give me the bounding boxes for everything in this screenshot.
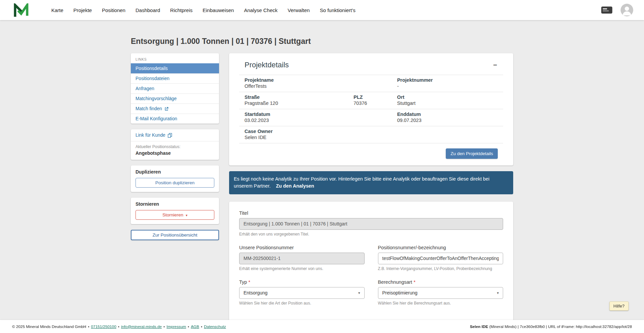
positionsnummer-field: Unsere Positionsnummer Erhält eine syste…	[239, 245, 365, 271]
field-value: -	[397, 83, 498, 89]
titel-label: Titel	[239, 210, 503, 216]
typ-select-value: Entsorgung	[244, 290, 268, 295]
links-card: LINKS Positionsdetails Positionsdateien …	[131, 53, 219, 124]
analyses-link[interactable]: Zu den Analysen	[276, 183, 314, 189]
titel-field: Titel Erhält den von uns vorgegebenen Ti…	[239, 210, 503, 237]
footer-email-link[interactable]: info@mineral-minds.de	[121, 324, 162, 329]
nav-item-verwalten[interactable]: Verwalten	[283, 4, 315, 16]
sidebar-item-matchingvorschlaege[interactable]: Matchingvorschläge	[131, 93, 219, 104]
sidebar-item-positionsdetails[interactable]: Positionsdetails	[131, 63, 219, 73]
berechnungsart-field: Berechnungsart* Preisoptimierung ▾ Wähle…	[378, 279, 503, 306]
footer-separator: •	[163, 324, 165, 329]
collapse-icon[interactable]: −	[492, 62, 498, 68]
project-details-card: Projektdetails − Projektname OfferTests …	[229, 53, 513, 165]
cancel-button-label: Stornieren	[162, 212, 183, 217]
field-label: Ort	[397, 94, 498, 100]
footer-phone-link[interactable]: 07151/250100	[91, 324, 116, 329]
chevron-down-icon: ▾	[497, 291, 499, 295]
project-details-title: Projektdetails	[245, 61, 289, 69]
field-value: Pragstraße 120	[245, 101, 343, 106]
app-logo[interactable]	[13, 3, 29, 17]
footer-separator: •	[188, 324, 189, 329]
page-title: Entsorgung | 1.000 Tonnen | 01 | 70376 |…	[131, 37, 513, 46]
nav-item-karte[interactable]: Karte	[46, 4, 68, 16]
berechnungsart-select-value: Preisoptimierung	[382, 290, 418, 295]
duplicate-button[interactable]: Position duplizieren	[136, 178, 214, 188]
positionsnummer-input	[239, 253, 365, 264]
cancel-heading: Stornieren	[136, 201, 214, 207]
footer-separator: •	[201, 324, 202, 329]
typ-field: Typ* Entsorgung ▾ Wählen Sie hier die Ar…	[239, 279, 365, 306]
field-label: Enddatum	[397, 112, 498, 117]
duplicate-card: Duplizieren Position duplizieren	[131, 165, 219, 192]
overview-button[interactable]: Zur Positionsübersicht	[131, 230, 219, 240]
nav-item-einbauweisen[interactable]: Einbauweisen	[198, 4, 239, 16]
customer-link[interactable]: Link für Kunde	[131, 129, 219, 141]
footer-impressum-link[interactable]: Impressum	[167, 324, 186, 329]
field-label: Startdatum	[245, 112, 386, 117]
chevron-down-icon: ▾	[186, 213, 187, 217]
bezeichnung-input[interactable]	[378, 253, 503, 264]
field-label: Projektnummer	[397, 77, 498, 83]
position-form-card: Titel Erhält den von uns vorgegebenen Ti…	[229, 202, 513, 329]
berechnungsart-label: Berechnungsart*	[378, 279, 503, 285]
field-label: Straße	[245, 94, 343, 100]
duplicate-heading: Duplizieren	[136, 169, 214, 175]
cancel-card: Stornieren Stornieren▾	[131, 198, 219, 224]
status-card: Link für Kunde Aktueller Positionsstatus…	[131, 129, 219, 160]
sidebar-item-positionsdateien[interactable]: Positionsdateien	[131, 73, 219, 83]
field-value: OfferTests	[245, 83, 386, 89]
sidebar-item-match-finden[interactable]: Match finden	[131, 104, 219, 114]
main-content: Projektdetails − Projektname OfferTests …	[229, 53, 513, 329]
berechnungsart-helper: Wählen Sie hier die Berechnungsart aus.	[378, 301, 503, 306]
project-details-button[interactable]: Zu den Projektdetails	[446, 148, 498, 159]
typ-label: Typ*	[239, 279, 365, 285]
external-link-icon	[164, 107, 168, 111]
top-nav: Karte Projekte Positionen Dashboard Rich…	[0, 0, 644, 20]
nav-item-dashboard[interactable]: Dashboard	[130, 4, 165, 16]
titel-helper: Erhält den von uns vorgegebenen Titel.	[239, 232, 503, 237]
nav-item-projekte[interactable]: Projekte	[68, 4, 97, 16]
bezeichnung-helper: Z.B. Interne-Vorgangsnummer, LV-Position…	[378, 266, 503, 271]
berechnungsart-select[interactable]: Preisoptimierung ▾	[378, 287, 503, 299]
help-button[interactable]: Hilfe?	[609, 302, 629, 311]
footer: © 2025 Mineral Minds Deutschland GmbH • …	[0, 320, 644, 333]
nav-item-richtpreis[interactable]: Richtpreis	[165, 4, 198, 16]
main-nav: Karte Projekte Positionen Dashboard Rich…	[46, 4, 361, 16]
footer-agb-link[interactable]: AGB	[191, 324, 199, 329]
nav-item-so-funktionierts[interactable]: So funktioniert's	[315, 4, 360, 16]
footer-separator: •	[88, 324, 89, 329]
links-header: LINKS	[131, 55, 219, 63]
cancel-button[interactable]: Stornieren▾	[136, 210, 214, 220]
status-value: Angebotsphase	[136, 150, 214, 156]
field-label: PLZ	[354, 94, 386, 100]
footer-copyright: © 2025 Mineral Minds Deutschland GmbH	[12, 324, 86, 329]
field-value: Stuttgart	[397, 101, 498, 106]
sidebar-item-anfragen[interactable]: Anfragen	[131, 83, 219, 93]
card-icon[interactable]	[601, 6, 612, 14]
sidebar-item-email-konfiguration[interactable]: E-Mail Konfiguration	[131, 114, 219, 124]
copy-icon	[168, 133, 172, 138]
field-value: 09.07.2023	[397, 118, 498, 123]
project-details-table: Projektname OfferTests Projektnummer - S…	[239, 75, 503, 143]
field-value: 03.02.2023	[245, 118, 386, 123]
footer-datenschutz-link[interactable]: Datenschutz	[204, 324, 226, 329]
bezeichnung-field: Positionsnummer/-bezeichnung Z.B. Intern…	[378, 245, 503, 271]
field-value: 70376	[354, 101, 386, 106]
positionsnummer-label: Unsere Positionsnummer	[239, 245, 365, 250]
avatar[interactable]	[621, 4, 633, 16]
status-label: Aktueller Positionsstatus:	[136, 144, 214, 149]
typ-select[interactable]: Entsorgung ▾	[239, 287, 365, 299]
banner-text: Es liegt noch keine Analytik zu Ihrer Po…	[234, 176, 489, 189]
nav-item-analyse-check[interactable]: Analyse Check	[239, 4, 282, 16]
analytics-banner: Es liegt noch keine Analytik zu Ihrer Po…	[229, 171, 513, 194]
footer-session-info: Selen IDE (Mineral Minds) | 7ce360e83fb0…	[470, 324, 632, 329]
user-icon	[621, 4, 633, 16]
customer-link-label: Link für Kunde	[136, 133, 165, 138]
field-label: Projektname	[245, 77, 386, 83]
required-asterisk: *	[414, 279, 416, 285]
nav-item-positionen[interactable]: Positionen	[97, 4, 130, 16]
field-label: Case Owner	[245, 129, 386, 134]
sidebar-item-label: Match finden	[136, 106, 162, 111]
nav-right	[601, 4, 633, 16]
